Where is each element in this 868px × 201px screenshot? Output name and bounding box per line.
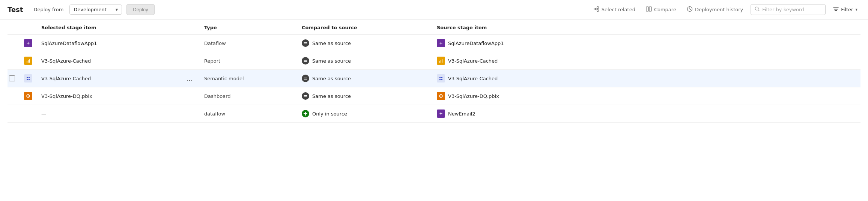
compare-label: Compare — [654, 7, 676, 12]
table-row: V3-SqlAzure-Cached Report = Same as sour… — [8, 52, 860, 70]
search-box[interactable]: Filter by keyword — [751, 4, 826, 15]
svg-rect-26 — [27, 79, 28, 80]
history-icon — [687, 6, 693, 14]
row-icon-cell — [20, 105, 37, 123]
semantic-icon — [437, 74, 445, 82]
svg-rect-28 — [439, 76, 443, 81]
dataflow-icon — [437, 110, 445, 118]
select-related-action[interactable]: Select related — [590, 4, 638, 16]
row-type: Semantic model — [200, 70, 297, 87]
status-label: Only in source — [312, 111, 347, 117]
deploy-button[interactable]: Deploy — [126, 4, 154, 15]
row-more-cell — [179, 34, 200, 52]
row-type: Report — [200, 52, 297, 70]
row-icon-cell — [20, 52, 37, 70]
report-icon — [437, 57, 445, 65]
row-more-cell — [179, 87, 200, 105]
row-checkbox-cell — [8, 34, 20, 52]
deployment-history-action[interactable]: Deployment history — [684, 4, 746, 16]
table-header-row: Selected stage item Type Compared to sou… — [8, 20, 860, 34]
svg-line-9 — [758, 10, 759, 11]
svg-rect-27 — [29, 79, 30, 80]
svg-point-38 — [441, 96, 442, 97]
source-item-name: V3-SqlAzure-Cached — [448, 76, 498, 81]
row-source-item: NewEmail2 — [432, 105, 860, 123]
col-more — [179, 20, 200, 34]
svg-rect-25 — [29, 77, 30, 78]
filter-label: Filter — [841, 7, 853, 12]
col-row-icon — [20, 20, 37, 34]
row-source-item: V3-SqlAzure-Cached — [432, 52, 860, 70]
compare-icon — [646, 6, 652, 14]
svg-rect-20 — [439, 61, 440, 63]
svg-rect-18 — [29, 59, 30, 63]
row-type: dataflow — [200, 105, 297, 123]
col-type: Type — [200, 20, 297, 34]
row-source-item: SqlAzureDataflowApp1 — [432, 34, 860, 52]
row-source-item: V3-SqlAzure-Cached — [432, 70, 860, 87]
svg-rect-17 — [28, 60, 29, 63]
select-related-label: Select related — [602, 7, 635, 12]
filter-chevron-icon: ▾ — [855, 7, 857, 12]
row-type: Dataflow — [200, 34, 297, 52]
more-options-button[interactable]: … — [184, 74, 195, 83]
row-status: + Only in source — [297, 105, 432, 123]
dashboard-icon — [437, 92, 445, 100]
svg-rect-6 — [649, 7, 651, 11]
svg-point-35 — [28, 96, 29, 97]
svg-rect-32 — [441, 79, 442, 80]
row-checkbox-cell[interactable] — [8, 70, 20, 87]
dataflow-icon — [24, 39, 32, 47]
svg-rect-30 — [441, 77, 442, 78]
semantic-icon — [24, 74, 32, 82]
svg-rect-5 — [646, 7, 648, 11]
col-compared: Compared to source — [297, 20, 432, 34]
source-item-name: SqlAzureDataflowApp1 — [448, 40, 504, 46]
search-placeholder: Filter by keyword — [762, 7, 804, 12]
row-status: = Same as source — [297, 34, 432, 52]
chevron-down-icon: ▾ — [116, 7, 118, 12]
row-icon-cell — [20, 87, 37, 105]
row-source-item: V3-SqlAzure-DQ.pbix — [432, 87, 860, 105]
items-table: Selected stage item Type Compared to sou… — [8, 20, 860, 123]
search-icon — [755, 6, 760, 13]
row-checkbox[interactable] — [9, 75, 15, 81]
table-row: V3-SqlAzure-DQ.pbix Dashboard = Same as … — [8, 87, 860, 105]
compare-action[interactable]: Compare — [643, 4, 679, 16]
svg-rect-23 — [26, 76, 30, 81]
deployment-history-label: Deployment history — [695, 7, 743, 12]
col-selected-stage-item: Selected stage item — [37, 20, 179, 34]
row-selected-item: V3-SqlAzure-Cached — [37, 52, 179, 70]
source-item-name: V3-SqlAzure-DQ.pbix — [448, 93, 499, 99]
deploy-env-select[interactable]: Development ▾ — [69, 4, 122, 15]
svg-rect-16 — [27, 61, 27, 63]
report-icon — [24, 57, 32, 65]
source-item-name: NewEmail2 — [448, 111, 475, 117]
row-selected-item: — — [37, 105, 179, 123]
topbar: Test Deploy from Development ▾ Deploy Se… — [0, 0, 868, 20]
deploy-from-label: Deploy from — [33, 7, 63, 12]
dashboard-icon — [24, 92, 32, 100]
app-title: Test — [8, 6, 23, 14]
status-label: Same as source — [312, 40, 351, 46]
col-source-stage-item: Source stage item — [432, 20, 860, 34]
row-checkbox-cell — [8, 52, 20, 70]
svg-rect-21 — [441, 60, 441, 63]
select-related-icon — [593, 6, 599, 14]
row-more-cell — [179, 52, 200, 70]
row-status: = Same as source — [297, 87, 432, 105]
same-as-source-icon: = — [302, 39, 309, 47]
row-status: = Same as source — [297, 70, 432, 87]
same-as-source-icon: = — [302, 57, 309, 64]
row-type: Dashboard — [200, 87, 297, 105]
row-more-cell[interactable]: … — [179, 70, 200, 87]
row-more-cell — [179, 105, 200, 123]
row-selected-item: V3-SqlAzure-Cached — [37, 70, 179, 87]
filter-button[interactable]: Filter ▾ — [830, 4, 860, 15]
status-label: Same as source — [312, 93, 351, 99]
row-icon-cell — [20, 34, 37, 52]
table-row: V3-SqlAzure-Cached … Semantic model = Sa… — [8, 70, 860, 87]
row-icon-cell — [20, 70, 37, 87]
row-checkbox-cell — [8, 105, 20, 123]
svg-line-3 — [596, 8, 597, 9]
